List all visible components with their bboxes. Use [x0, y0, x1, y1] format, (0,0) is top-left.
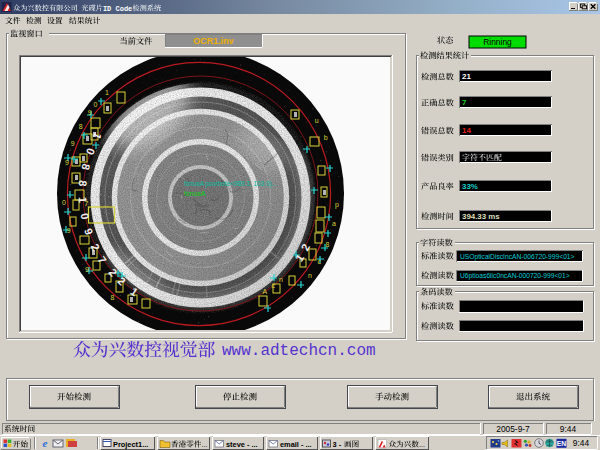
svg-text:...: ... [201, 440, 207, 449]
svg-text:c: c [271, 282, 275, 289]
svg-text:p: p [335, 201, 339, 209]
svg-text:33%: 33% [462, 182, 478, 191]
svg-text:9: 9 [71, 140, 75, 147]
svg-text:9: 9 [67, 227, 71, 234]
svg-text:a: a [332, 220, 336, 227]
svg-text:8: 8 [79, 123, 83, 130]
svg-text:1: 1 [105, 89, 109, 96]
svg-text:u: u [315, 117, 319, 124]
svg-text:e: e [43, 437, 48, 449]
svg-text:2005-9-7: 2005-9-7 [496, 424, 530, 434]
svg-text:21: 21 [462, 72, 471, 81]
svg-text:U6ptioas6ilc0ncAN-000720-999<0: U6ptioas6ilc0ncAN-000720-999<01> [460, 272, 570, 280]
svg-text:0: 0 [94, 101, 98, 108]
svg-text:8: 8 [326, 241, 330, 248]
svg-text:1: 1 [77, 196, 89, 203]
svg-text:Project1...: Project1... [113, 440, 148, 449]
svg-text:14: 14 [462, 126, 471, 135]
svg-text:fonusA pcorbote<989.3, 103.0).: fonusA pcorbote<989.3, 103.0)... [184, 180, 277, 188]
svg-text:fonusA: fonusA [184, 190, 206, 197]
svg-text:b: b [324, 134, 328, 141]
svg-text:email - ...: email - ... [280, 440, 312, 449]
svg-text:...: ... [419, 440, 425, 449]
svg-text:7: 7 [462, 98, 467, 107]
svg-text:EN: EN [557, 440, 567, 447]
svg-text:n: n [308, 272, 312, 279]
svg-text:OCR1.inv: OCR1.inv [193, 36, 234, 46]
svg-text:9: 9 [85, 266, 89, 273]
svg-text:USOpticalDiscIncAN-006720-999<: USOpticalDiscIncAN-006720-999<01> [460, 253, 575, 261]
svg-text:394.33 ms: 394.33 ms [462, 212, 500, 221]
svg-text:steve - ...: steve - ... [226, 440, 258, 449]
svg-text:9: 9 [88, 109, 92, 116]
svg-text:8: 8 [77, 180, 89, 187]
svg-text:n: n [279, 276, 283, 283]
svg-text:ID Code: ID Code [103, 5, 132, 13]
svg-text:9:44: 9:44 [573, 438, 590, 448]
svg-text:www.adtechcn.com: www.adtechcn.com [222, 342, 376, 360]
svg-text:c: c [317, 258, 321, 265]
svg-text:8: 8 [110, 294, 114, 301]
svg-text:3 -: 3 - [333, 440, 342, 449]
svg-text:A: A [262, 288, 267, 295]
svg-text:9:44: 9:44 [560, 424, 577, 434]
svg-text:Rinning: Rinning [483, 37, 512, 47]
svg-text:0: 0 [62, 199, 66, 206]
svg-text:9: 9 [65, 159, 69, 166]
